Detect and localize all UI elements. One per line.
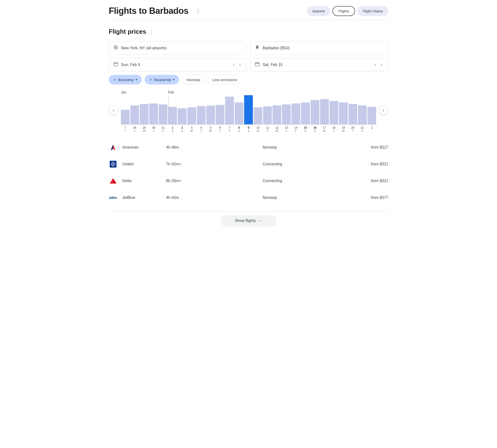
section-menu-icon[interactable]: ⋮ xyxy=(149,29,154,35)
dates-row: Sun, Feb 9 ‹ › Sat, Feb 15 ‹ xyxy=(109,58,388,71)
tab-airports[interactable]: Airports xyxy=(307,6,330,16)
bar-feb-4[interactable] xyxy=(197,106,205,124)
date-label-30: 30 T xyxy=(149,126,158,132)
feb-month-label: Feb xyxy=(168,90,174,94)
bar-feb-22[interactable] xyxy=(367,107,376,124)
economy-label: Economy xyxy=(118,78,134,82)
bar-feb-16[interactable] xyxy=(311,100,319,124)
depart-date-prev[interactable]: ‹ xyxy=(232,62,236,68)
destination-text: Barbados (BGI) xyxy=(263,46,384,50)
bar-feb-2[interactable] xyxy=(178,108,186,124)
delta-stops: Connecting xyxy=(263,179,354,183)
bar-feb-11[interactable] xyxy=(263,106,272,124)
depart-date-text: Sun, Feb 9 xyxy=(121,63,229,67)
section-title: Flight prices xyxy=(109,28,146,35)
date-label-feb7: 7 F xyxy=(225,126,234,132)
depart-date-field[interactable]: Sun, Feb 9 ‹ › xyxy=(109,58,247,71)
svg-marker-12 xyxy=(111,144,113,150)
less-emissions-filter[interactable]: Less emissions xyxy=(208,75,242,84)
header-menu-icon[interactable]: ⋮ xyxy=(193,7,203,15)
bar-jan-31[interactable] xyxy=(159,104,168,124)
bar-feb-12[interactable] xyxy=(273,105,281,124)
price-chart-section: Jan Feb ‹ › xyxy=(109,90,388,132)
chart-bars-container xyxy=(121,96,376,125)
economy-filter[interactable]: ✓ Economy ▾ xyxy=(109,75,142,84)
airlines-table: American 4h 46m Nonstop from $317 United… xyxy=(109,139,388,206)
date-label-29: 29 W xyxy=(140,126,149,132)
origin-field[interactable]: New York, NY (all airports) xyxy=(109,41,247,55)
american-name: American xyxy=(122,145,161,150)
round-trip-label: Round trip xyxy=(154,78,171,82)
bar-feb-6[interactable] xyxy=(216,105,224,124)
show-flights-arrow: → xyxy=(258,219,262,223)
bar-feb-8[interactable] xyxy=(235,102,243,124)
airline-row-jetblue[interactable]: jetBlue JetBlue 4h 42m Nonstop from $377 xyxy=(109,189,388,206)
filter-row: ✓ Economy ▾ ✓ Round trip ▾ Nonstop Less … xyxy=(109,75,388,84)
bar-feb-19[interactable] xyxy=(339,102,348,124)
month-divider xyxy=(168,96,169,124)
date-label-feb11: 11 T xyxy=(263,126,272,132)
bar-feb-9-selected[interactable] xyxy=(244,95,253,124)
show-flights-button[interactable]: Show flights → xyxy=(220,215,277,226)
svg-rect-3 xyxy=(114,63,118,66)
return-date-next[interactable]: › xyxy=(379,62,384,68)
airline-row-delta[interactable]: Delta 8h 20m+ Connecting from $321 xyxy=(109,173,388,189)
bar-feb-10[interactable] xyxy=(254,107,262,124)
destination-field[interactable]: Barbados (BGI) xyxy=(250,41,388,55)
show-flights-section: Show flights → xyxy=(109,211,388,230)
depart-calendar-icon xyxy=(113,62,118,68)
date-label-feb18: 18 T xyxy=(329,126,338,132)
bar-feb-13[interactable] xyxy=(282,104,291,124)
delta-logo xyxy=(109,176,117,185)
less-emissions-label: Less emissions xyxy=(212,78,237,82)
economy-arrow: ▾ xyxy=(136,78,137,81)
airline-row-united[interactable]: United 7h 42m+ Connecting from $321 xyxy=(109,156,388,173)
chart-prev-button[interactable]: ‹ xyxy=(109,105,118,115)
nonstop-filter[interactable]: Nonstop xyxy=(182,75,205,84)
search-form: New York, NY (all airports) Barbados (BG… xyxy=(109,41,388,84)
date-label-feb17: 17 M xyxy=(320,126,329,132)
bar-feb-17[interactable] xyxy=(320,99,329,124)
date-label-feb13: 13 T xyxy=(282,126,291,132)
delta-name: Delta xyxy=(122,179,161,183)
show-flights-label: Show flights xyxy=(235,219,256,223)
header-tabs: Airports Flights Flight Status xyxy=(307,6,388,16)
date-label-feb9-selected: 9 S xyxy=(244,126,253,132)
depart-date-next[interactable]: › xyxy=(238,62,242,68)
return-date-prev[interactable]: ‹ xyxy=(373,62,377,68)
jetblue-price: from $377 xyxy=(359,195,388,200)
date-label-feb10: 10 M xyxy=(254,126,262,132)
chart-next-button[interactable]: › xyxy=(379,105,388,115)
tab-flights[interactable]: Flights xyxy=(332,6,355,16)
page-title: Flights to Barbados xyxy=(109,6,188,16)
bar-feb-18[interactable] xyxy=(329,101,338,124)
american-logo xyxy=(109,143,117,152)
round-trip-filter[interactable]: ✓ Round trip ▾ xyxy=(145,75,179,84)
american-stops: Nonstop xyxy=(263,145,354,150)
bar-feb-7[interactable] xyxy=(225,97,234,124)
bar-jan-29[interactable] xyxy=(140,104,149,124)
destination-icon xyxy=(255,45,260,51)
origin-text: New York, NY (all airports) xyxy=(121,46,242,50)
bar-feb-1[interactable] xyxy=(168,107,177,124)
bar-feb-21[interactable] xyxy=(358,105,367,124)
round-trip-check: ✓ xyxy=(149,78,152,82)
date-label-31: 31 F xyxy=(159,126,168,132)
main-content: Flight prices ⋮ New York, NY (all airpor… xyxy=(109,20,388,238)
bar-feb-14[interactable] xyxy=(292,103,300,124)
date-label-feb16: 16 S xyxy=(311,126,319,132)
bar-feb-20[interactable] xyxy=(348,104,357,124)
jetblue-name: JetBlue xyxy=(122,195,161,200)
bar-feb-3[interactable] xyxy=(187,107,196,124)
bar-feb-5[interactable] xyxy=(206,106,215,124)
bar-jan-7[interactable] xyxy=(121,110,130,124)
airline-row-american[interactable]: American 4h 46m Nonstop from $317 xyxy=(109,139,388,156)
section-title-row: Flight prices ⋮ xyxy=(109,28,388,35)
date-label-28: 28 T xyxy=(130,126,139,132)
bar-jan-28[interactable] xyxy=(130,105,139,124)
tab-flight-status[interactable]: Flight Status xyxy=(357,6,388,16)
bar-feb-15[interactable] xyxy=(301,102,310,124)
bar-jan-30[interactable] xyxy=(149,103,158,124)
return-date-field[interactable]: Sat, Feb 15 ‹ › xyxy=(250,58,388,71)
origin-icon xyxy=(113,45,118,51)
